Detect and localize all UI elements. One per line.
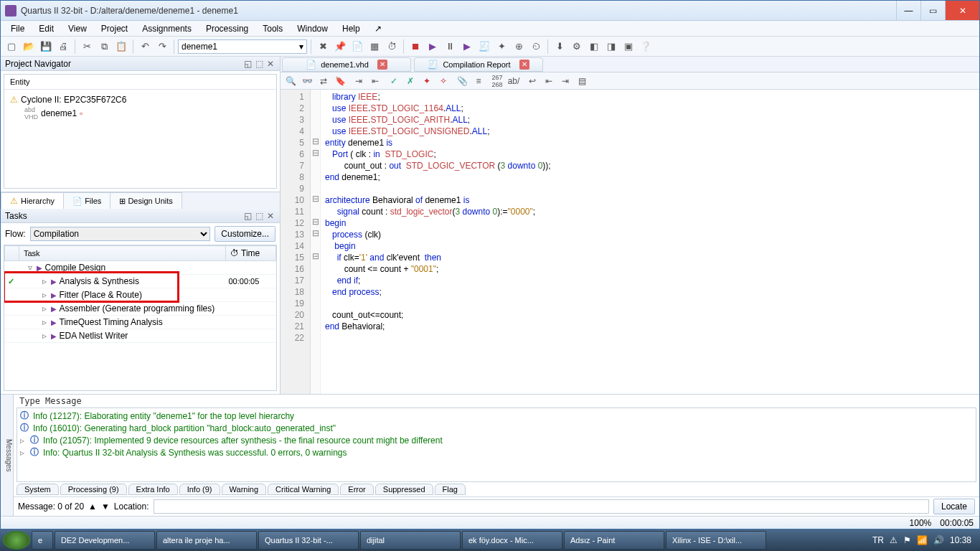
play-icon[interactable]: ▶ bbox=[425, 39, 440, 55]
outdent-icon[interactable]: ⇤ bbox=[368, 74, 382, 88]
message-row[interactable]: ⓘInfo (12127): Elaborating entity "denem… bbox=[20, 410, 973, 422]
message-row[interactable]: ⓘInfo (16010): Generating hard_block par… bbox=[20, 422, 973, 434]
undo-icon[interactable]: ↶ bbox=[137, 39, 153, 55]
msg-tab[interactable]: Suppressed bbox=[375, 484, 433, 495]
nav-tab-hierarchy[interactable]: ⚠Hierarchy bbox=[1, 192, 64, 209]
menu-icon[interactable]: ▤ bbox=[575, 74, 589, 88]
task-row[interactable]: ▹▶Fitter (Place & Route) bbox=[5, 288, 276, 302]
doc-tab[interactable]: 🧾 Compilation Report✕ bbox=[414, 57, 543, 72]
taskbar-item[interactable]: dijital bbox=[360, 531, 461, 550]
timing-icon[interactable]: ⏲ bbox=[528, 39, 544, 55]
menu-file[interactable]: File bbox=[4, 22, 32, 35]
flow-select[interactable]: Compilation bbox=[30, 227, 211, 241]
taskbar-item[interactable]: altera ile proje ha... bbox=[156, 531, 257, 550]
message-row[interactable]: ▹ⓘInfo: Quartus II 32-bit Analysis & Syn… bbox=[20, 446, 973, 458]
menu-view[interactable]: View bbox=[61, 22, 94, 35]
pin-icon[interactable]: 📌 bbox=[332, 39, 348, 55]
menu-tools[interactable]: Tools bbox=[255, 22, 290, 35]
pause-icon[interactable]: ⏸ bbox=[442, 39, 458, 55]
redo-icon[interactable]: ↷ bbox=[154, 39, 170, 55]
msg-up-icon[interactable]: ▲ bbox=[88, 501, 97, 512]
settings-icon[interactable]: ✖ bbox=[315, 39, 331, 55]
task-row[interactable]: ▿▶Compile Design bbox=[5, 261, 276, 275]
tab-close-icon[interactable]: ✕ bbox=[519, 60, 529, 70]
start-button[interactable] bbox=[3, 531, 30, 550]
find-icon[interactable]: 🔍 bbox=[283, 74, 298, 88]
bookmark-icon[interactable]: 🔖 bbox=[333, 74, 347, 88]
task-row[interactable]: ▹▶EDA Netlist Writer bbox=[5, 329, 276, 343]
doc-tab[interactable]: 📄 deneme1.vhd✕ bbox=[282, 57, 411, 72]
open-icon[interactable]: 📂 bbox=[21, 39, 37, 55]
tool3-icon[interactable]: ◨ bbox=[603, 39, 619, 55]
print-icon[interactable]: 🖨 bbox=[55, 39, 71, 55]
copy-icon[interactable]: ⧉ bbox=[96, 39, 112, 55]
menu-project[interactable]: Project bbox=[94, 22, 135, 35]
menu-help[interactable]: Help bbox=[335, 22, 367, 35]
taskbar-item[interactable]: Adsız - Paint bbox=[564, 531, 664, 550]
program-icon[interactable]: ⬇ bbox=[552, 39, 567, 55]
panel-float-icon[interactable]: ◱ bbox=[242, 59, 253, 69]
back-icon[interactable]: ↩ bbox=[525, 74, 540, 88]
gate-icon[interactable]: ⊕ bbox=[511, 39, 527, 55]
msg-tab[interactable]: System bbox=[17, 484, 59, 495]
location-input[interactable] bbox=[154, 499, 929, 514]
tool1-icon[interactable]: ⚙ bbox=[569, 39, 585, 55]
taskbar-item[interactable]: Quartus II 32-bit -... bbox=[258, 531, 359, 550]
close-button[interactable]: ✕ bbox=[945, 1, 979, 20]
doc-icon[interactable]: 📄 bbox=[349, 39, 365, 55]
code-editor[interactable]: 12345678910111213141516171819202122 ⊟⊟⊟⊟… bbox=[281, 90, 979, 394]
new-icon[interactable]: ▢ bbox=[4, 39, 19, 55]
msg-tab[interactable]: Flag bbox=[435, 484, 466, 495]
titlebar[interactable]: Quartus II 32-bit - D:/altera/deneme/den… bbox=[1, 1, 979, 21]
msg-tab[interactable]: Warning bbox=[222, 484, 267, 495]
messages-list[interactable]: ⓘInfo (12127): Elaborating entity "denem… bbox=[17, 408, 976, 482]
line-icon[interactable]: ≡ bbox=[471, 74, 486, 88]
minimize-button[interactable]: — bbox=[896, 1, 920, 20]
cut-icon[interactable]: ✂ bbox=[79, 39, 95, 55]
report-icon[interactable]: 🧾 bbox=[476, 39, 492, 55]
taskbar-item[interactable]: Xilinx - ISE - D:\xil... bbox=[666, 531, 766, 550]
taskbar-item[interactable]: ek föy.docx - Mic... bbox=[462, 531, 562, 550]
chip-icon[interactable]: ▦ bbox=[367, 39, 382, 55]
search-icon[interactable]: ↗ bbox=[367, 22, 389, 35]
task-row[interactable]: ▹▶Assembler (Generate programming files) bbox=[5, 302, 276, 316]
locate-button[interactable]: Locate bbox=[933, 499, 975, 514]
system-tray[interactable]: TR ⚠ ⚑ 📶 🔊 10:38 bbox=[872, 535, 977, 545]
help-icon[interactable]: ❔ bbox=[638, 39, 654, 55]
customize-button[interactable]: Customize... bbox=[215, 226, 275, 242]
project-combo[interactable]: deneme1▾ bbox=[178, 39, 307, 54]
task-row[interactable]: ✓▹▶Analysis & Synthesis00:00:05 bbox=[5, 275, 276, 288]
stop-icon[interactable]: ⏹ bbox=[407, 39, 423, 55]
tab-close-icon[interactable]: ✕ bbox=[377, 60, 387, 70]
num-icon[interactable]: 267268 bbox=[490, 74, 504, 88]
entity-row[interactable]: abdVHDdeneme1▫ bbox=[10, 105, 270, 121]
mark2-icon[interactable]: ✧ bbox=[436, 74, 451, 88]
msg-tab[interactable]: Error bbox=[340, 484, 373, 495]
uncomment-icon[interactable]: ✗ bbox=[403, 74, 418, 88]
tool2-icon[interactable]: ◧ bbox=[586, 39, 602, 55]
nav-tab-files[interactable]: 📄 Files bbox=[63, 192, 110, 209]
binoculars-icon[interactable]: 👓 bbox=[300, 74, 314, 88]
fold-out-icon[interactable]: ⇥ bbox=[558, 74, 573, 88]
menu-window[interactable]: Window bbox=[290, 22, 335, 35]
replace-icon[interactable]: ⇄ bbox=[316, 74, 331, 88]
fold-in-icon[interactable]: ⇤ bbox=[542, 74, 556, 88]
msg-down-icon[interactable]: ▼ bbox=[101, 501, 110, 512]
wand-icon[interactable]: ✦ bbox=[494, 39, 509, 55]
menu-assignments[interactable]: Assignments bbox=[135, 22, 199, 35]
task-row[interactable]: ▹▶TimeQuest Timing Analysis bbox=[5, 316, 276, 329]
panel-pin-icon[interactable]: ⬚ bbox=[254, 59, 264, 69]
menu-edit[interactable]: Edit bbox=[32, 22, 61, 35]
save-icon[interactable]: 💾 bbox=[38, 39, 54, 55]
msg-tab[interactable]: Critical Warning bbox=[268, 484, 339, 495]
clock-icon[interactable]: ⏱ bbox=[384, 39, 400, 55]
msg-tab[interactable]: Extra Info bbox=[128, 484, 178, 495]
msg-tab[interactable]: Info (9) bbox=[179, 484, 220, 495]
compile-icon[interactable]: ▶ bbox=[459, 39, 475, 55]
taskbar-item[interactable]: DE2 Developmen... bbox=[55, 531, 155, 550]
menu-processing[interactable]: Processing bbox=[199, 22, 255, 35]
indent-icon[interactable]: ⇥ bbox=[352, 74, 366, 88]
maximize-button[interactable]: ▭ bbox=[920, 1, 945, 20]
message-row[interactable]: ▹ⓘInfo (21057): Implemented 9 device res… bbox=[20, 434, 973, 446]
taskbar-ie[interactable]: e bbox=[32, 531, 53, 550]
